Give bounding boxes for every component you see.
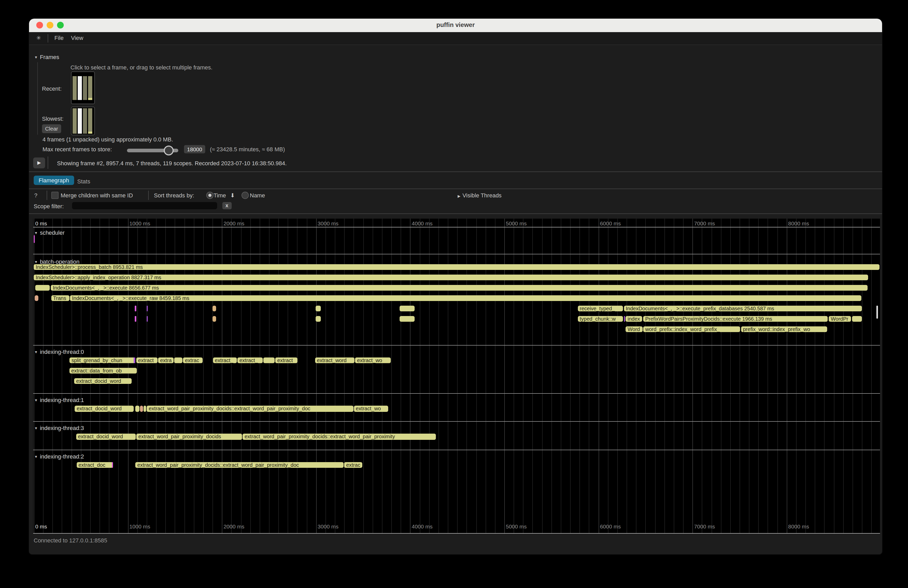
- scope-bar[interactable]: extract_: [237, 357, 262, 363]
- scope-bar[interactable]: [399, 305, 415, 312]
- play-divider: [48, 156, 48, 169]
- sort-time-label[interactable]: Time: [214, 192, 226, 198]
- scope-bar[interactable]: extrac: [344, 462, 362, 468]
- scope-bar[interactable]: WordPr: [829, 316, 851, 322]
- menu-divider: [47, 34, 48, 42]
- top-ruler-label: 7000 ms: [694, 220, 715, 226]
- recent-frames-thumbnail[interactable]: [71, 71, 95, 104]
- scope-filter-input[interactable]: [72, 202, 217, 209]
- scope-bar[interactable]: IndexDocuments<_, _>::execute_raw 8459.1…: [70, 295, 861, 301]
- collapse-triangle-icon: ▼: [34, 231, 38, 235]
- scope-bar[interactable]: [112, 462, 113, 468]
- scope-bar[interactable]: [316, 305, 320, 312]
- slider-knob[interactable]: [164, 145, 173, 155]
- merge-label[interactable]: Merge children with same ID: [61, 192, 133, 198]
- thread-section-header-indexing-thread-3[interactable]: ▼indexing-thread:3: [34, 425, 84, 431]
- scope-bar[interactable]: [852, 316, 862, 322]
- frame-bar: [72, 108, 77, 134]
- scope-bar[interactable]: [399, 316, 415, 322]
- radio-time[interactable]: [206, 192, 214, 199]
- menu-file[interactable]: File: [55, 35, 63, 41]
- scope-bar[interactable]: extract_doc: [76, 462, 113, 468]
- scope-bar[interactable]: split_grenad_by_chun: [69, 357, 135, 363]
- help-button[interactable]: ?: [34, 192, 37, 198]
- scope-bar[interactable]: [135, 305, 136, 312]
- scope-bar[interactable]: PrefixWordPairsProximityDocids::execute …: [643, 316, 828, 322]
- scope-bar[interactable]: extrac: [183, 357, 203, 363]
- scope-bar[interactable]: IndexDocuments<_, _>::execute 8656.677 m…: [51, 285, 868, 291]
- thread-section-header-indexing-thread-1[interactable]: ▼indexing-thread:1: [34, 397, 84, 403]
- scope-bar[interactable]: index: [626, 316, 642, 322]
- top-ruler-label: 4000 ms: [412, 220, 433, 226]
- scope-bar[interactable]: extract: [136, 357, 158, 363]
- scope-bar[interactable]: extract::data_from_ob: [69, 368, 137, 374]
- thread-section-header-indexing-thread-2[interactable]: ▼indexing-thread:2: [34, 453, 84, 459]
- scope-bar[interactable]: extract_word_pair_proximity_docids::extr…: [147, 406, 353, 411]
- scope-bar[interactable]: [134, 357, 135, 363]
- scope-bar[interactable]: extract_word_pair_proximity_docids::extr…: [135, 462, 344, 468]
- scope-bar[interactable]: [147, 305, 147, 312]
- play-button[interactable]: ▶: [33, 157, 45, 168]
- scope-bar[interactable]: [35, 295, 39, 301]
- merge-checkbox[interactable]: [51, 192, 59, 199]
- radio-name[interactable]: [241, 192, 249, 199]
- scope-bar[interactable]: extract_word_pair_proximity_docids: [136, 434, 242, 440]
- visible-threads[interactable]: ▶Visible Threads: [458, 192, 502, 198]
- scope-bar[interactable]: [316, 316, 320, 322]
- scope-bar[interactable]: [135, 406, 139, 411]
- scope-bar[interactable]: extract_wo: [354, 406, 388, 411]
- window-title: puffin viewer: [29, 21, 882, 29]
- thread-section-header-batch-operation[interactable]: ▼batch-operation: [34, 259, 80, 265]
- scope-bar[interactable]: Trans: [51, 295, 69, 301]
- scope-bar[interactable]: extract_word_pair_proximity_docids::extr…: [243, 434, 436, 440]
- scope-bar[interactable]: IndexDocuments<_, _>::execute_prefix_dat…: [624, 305, 862, 312]
- scope-bar[interactable]: prefix_word::index_prefix_wo: [741, 326, 827, 332]
- titlebar[interactable]: puffin viewer: [29, 19, 882, 32]
- scope-bar[interactable]: [34, 235, 35, 243]
- frames-section-header[interactable]: ▼Frames: [34, 54, 59, 60]
- clear-filter-button[interactable]: x: [222, 202, 232, 209]
- radio-dot-icon: [208, 194, 211, 197]
- thread-section-header-indexing-thread-0[interactable]: ▼indexing-thread:0: [34, 349, 84, 355]
- tab-flamegraph[interactable]: Flamegraph: [34, 176, 74, 185]
- scope-bar[interactable]: word_prefix::index_word_prefix_: [643, 326, 740, 332]
- scope-bar[interactable]: Word: [626, 326, 642, 332]
- play-icon: ▶: [37, 160, 41, 165]
- flamegraph-canvas[interactable]: 0 ms1000 ms2000 ms3000 ms4000 ms5000 ms6…: [33, 218, 880, 533]
- clear-button[interactable]: Clear: [42, 124, 61, 133]
- scope-bar[interactable]: extra: [158, 357, 174, 363]
- scope-bar[interactable]: extract_wo: [355, 357, 391, 363]
- scope-bar[interactable]: [140, 406, 143, 411]
- scope-bar[interactable]: [147, 316, 147, 322]
- frame-bar-segment: [88, 98, 92, 100]
- scope-bar[interactable]: [876, 305, 878, 318]
- scope-bar[interactable]: [212, 316, 216, 322]
- scope-bar[interactable]: typed_chunk::w: [578, 316, 623, 322]
- top-ruler-label: 0 ms: [35, 220, 47, 226]
- scope-bar[interactable]: [212, 305, 216, 312]
- scope-bar[interactable]: IndexScheduler>::apply_index_operation 8…: [34, 274, 868, 280]
- scope-bar[interactable]: [263, 357, 275, 363]
- scope-bar[interactable]: [174, 357, 182, 363]
- scope-bar[interactable]: [624, 316, 625, 322]
- max-frames-value[interactable]: 18000: [184, 145, 205, 153]
- canvas-bottom-divider: [33, 533, 880, 533]
- thread-section-header-scheduler[interactable]: ▼scheduler: [34, 230, 64, 236]
- theme-sun-icon[interactable]: ✳: [36, 35, 41, 42]
- scope-bar[interactable]: [135, 316, 136, 322]
- tab-stats[interactable]: Stats: [77, 178, 90, 185]
- slowest-frames-thumbnail[interactable]: [71, 107, 95, 135]
- scope-bar[interactable]: [35, 285, 50, 291]
- scope-bar[interactable]: extract_docid_word: [75, 406, 134, 411]
- section-divider: [33, 450, 880, 450]
- scope-bar[interactable]: extract_docid_word: [76, 434, 136, 440]
- scope-bar[interactable]: receive_typed_: [578, 305, 623, 312]
- scope-bar[interactable]: [143, 406, 146, 411]
- scope-bar[interactable]: extract_word: [315, 357, 354, 363]
- scope-bar[interactable]: IndexScheduler>::process_batch 8953.821 …: [34, 264, 879, 270]
- scope-bar[interactable]: extract_docid_word: [74, 378, 132, 384]
- scope-bar[interactable]: extract: [275, 357, 298, 363]
- menu-view[interactable]: View: [71, 35, 83, 41]
- sort-name-label[interactable]: Name: [250, 192, 265, 198]
- scope-bar[interactable]: extract_: [213, 357, 237, 363]
